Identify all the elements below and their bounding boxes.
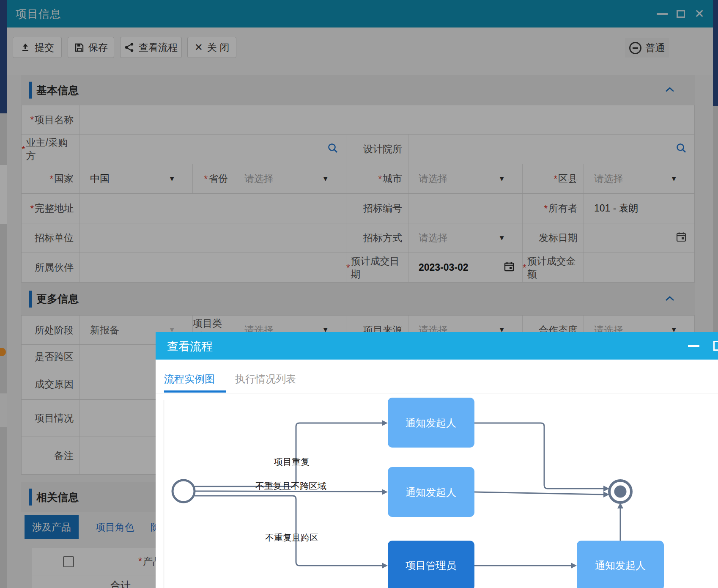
arrowhead [571, 563, 577, 569]
branch-label-not-duplicate-same-region: 不重复且不跨区域 [255, 481, 326, 491]
branch-label-duplicate: 项目重复 [274, 457, 310, 467]
end-event-node [609, 481, 631, 503]
node-label: 通知发起人 [406, 486, 456, 498]
process-flow-diagram: 通知发起人 通知发起人 项目管理员 通知发起人 项目重复 不重复且不跨区域 [156, 394, 718, 588]
modal-titlebar: 查看流程 [156, 332, 718, 360]
minimize-icon [688, 345, 699, 347]
modal-minimize-button[interactable] [685, 332, 702, 360]
active-tab-underline [164, 390, 226, 393]
edge-notify-mid-to-end [474, 492, 603, 495]
screen: { "glyphs": { "caret": "▼", "required": … [0, 0, 718, 588]
task-node-notify-top: 通知发起人 [388, 398, 474, 448]
node-label: 项目管理员 [406, 560, 456, 571]
branch-labels: 项目重复 不重复且不跨区域 不重复且跨区 [255, 457, 326, 542]
view-process-modal: 查看流程 流程实例图 执行情况列表 [156, 332, 718, 588]
arrowhead [382, 489, 388, 495]
start-event-node [173, 480, 195, 502]
maximize-icon [713, 341, 718, 351]
task-node-notify-bottom: 通知发起人 [577, 541, 664, 588]
task-node-notify-mid: 通知发起人 [388, 467, 474, 517]
node-label: 通知发起人 [595, 560, 646, 571]
task-node-project-admin: 项目管理员 [388, 541, 474, 588]
tab-execution-status-list[interactable]: 执行情况列表 [235, 372, 296, 386]
modal-title: 查看流程 [167, 339, 213, 354]
tab-process-instance-diagram[interactable]: 流程实例图 [164, 372, 215, 386]
modal-maximize-button[interactable] [710, 332, 718, 360]
edge-duplicate [195, 423, 382, 486]
branch-label-not-duplicate-cross-region: 不重复且跨区 [265, 533, 318, 542]
edge-notify-top-to-end [474, 423, 603, 489]
arrowhead [382, 563, 388, 569]
arrowhead [382, 420, 388, 426]
edge-not-duplicate-cross-region [195, 496, 382, 566]
node-label: 通知发起人 [406, 417, 456, 429]
modal-tabs: 流程实例图 执行情况列表 [156, 360, 718, 393]
edge-not-duplicate-same-region [195, 491, 382, 492]
